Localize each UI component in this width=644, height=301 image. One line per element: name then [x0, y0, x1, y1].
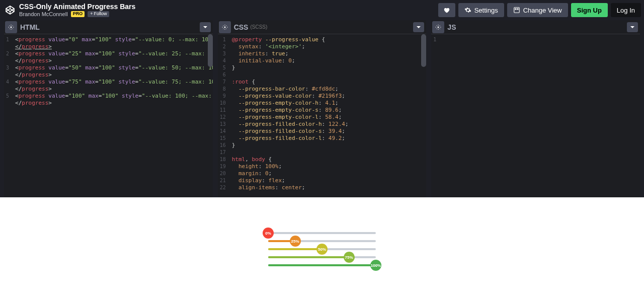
svg-point-3	[11, 26, 12, 28]
login-button[interactable]: Log In	[611, 3, 641, 17]
editor-panels: HTML 12345 <progress value="0" max="100"…	[0, 20, 644, 197]
settings-label: Settings	[474, 7, 498, 14]
css-panel-title: CSS	[234, 23, 249, 31]
html-editor[interactable]: 12345 <progress value="0" max="100" styl…	[4, 34, 213, 197]
signup-label: Sign Up	[577, 7, 602, 14]
preview-pane: 0%25%50%75%100%	[0, 197, 644, 301]
html-settings-button[interactable]	[5, 21, 17, 33]
heart-icon	[443, 7, 450, 14]
svg-rect-1	[515, 9, 516, 10]
header-actions: Settings Change View Sign Up Log In	[438, 3, 641, 17]
css-settings-button[interactable]	[219, 21, 231, 33]
html-code: <progress value="0" max="100" style="--v…	[12, 34, 213, 197]
svg-point-5	[438, 26, 439, 28]
change-view-label: Change View	[523, 7, 562, 14]
progress-bar: 25%	[268, 240, 376, 242]
html-panel: HTML 12345 <progress value="0" max="100"…	[4, 20, 213, 197]
author-name[interactable]: Brandon McConnell	[19, 11, 68, 17]
chevron-down-icon	[416, 25, 421, 30]
css-editor[interactable]: 12345678910111213141516171819202122 @pro…	[218, 34, 427, 197]
css-panel: CSS (SCSS) 12345678910111213141516171819…	[218, 20, 427, 197]
html-panel-title: HTML	[20, 23, 40, 31]
pro-badge: PRO	[71, 11, 85, 17]
css-panel-header: CSS (SCSS)	[218, 20, 427, 34]
author-row: Brandon McConnell PRO + Follow	[19, 11, 438, 17]
progress-bubble: 75%	[344, 252, 355, 263]
html-gutter: 12345	[4, 34, 12, 197]
js-settings-button[interactable]	[432, 21, 444, 33]
css-code: @property --progress-value { syntax: '<i…	[229, 34, 427, 197]
html-panel-header: HTML	[4, 20, 213, 34]
js-panel-header: JS	[431, 20, 640, 34]
css-panel-menu[interactable]	[413, 22, 424, 32]
css-gutter: 12345678910111213141516171819202122	[218, 34, 229, 197]
svg-rect-2	[517, 9, 518, 10]
chevron-down-icon	[203, 25, 208, 30]
scrollbar[interactable]	[208, 34, 213, 67]
svg-rect-0	[514, 8, 519, 13]
svg-point-4	[224, 26, 225, 28]
progress-bar: 75%	[268, 256, 376, 258]
plus-icon: +	[90, 12, 93, 17]
progress-bar: 0%	[268, 232, 376, 234]
codepen-icon	[5, 5, 15, 15]
scrollbar[interactable]	[421, 34, 426, 67]
follow-label: Follow	[94, 12, 107, 17]
progress-bubble: 100%	[370, 260, 381, 271]
progress-bar: 50%	[268, 248, 376, 250]
gear-icon	[435, 24, 441, 30]
settings-button[interactable]: Settings	[458, 3, 504, 17]
love-button[interactable]	[438, 3, 455, 17]
js-gutter: 1	[431, 34, 439, 197]
css-panel-subtitle: (SCSS)	[250, 24, 267, 30]
progress-bar: 100%	[268, 264, 376, 266]
login-label: Log In	[617, 7, 635, 14]
js-panel-title: JS	[447, 23, 456, 31]
gear-icon	[222, 24, 228, 30]
codepen-logo[interactable]	[4, 4, 16, 16]
gear-icon	[8, 24, 14, 30]
progress-bubble: 50%	[316, 244, 328, 255]
js-code	[439, 34, 640, 197]
layout-icon	[513, 7, 520, 14]
html-panel-menu[interactable]	[200, 22, 211, 32]
change-view-button[interactable]: Change View	[507, 3, 568, 17]
gear-icon	[464, 7, 471, 14]
progress-bubble: 25%	[290, 236, 301, 247]
chevron-down-icon	[630, 25, 635, 30]
follow-button[interactable]: + Follow	[88, 11, 109, 17]
title-block: CSS-Only Animated Progress Bars Brandon …	[19, 3, 438, 17]
progress-bubble: 0%	[263, 228, 274, 239]
js-panel: JS 1	[431, 20, 640, 197]
signup-button[interactable]: Sign Up	[571, 3, 608, 17]
js-editor[interactable]: 1	[431, 34, 640, 197]
app-header: CSS-Only Animated Progress Bars Brandon …	[0, 0, 644, 20]
js-panel-menu[interactable]	[627, 22, 638, 32]
pen-title: CSS-Only Animated Progress Bars	[19, 3, 438, 11]
